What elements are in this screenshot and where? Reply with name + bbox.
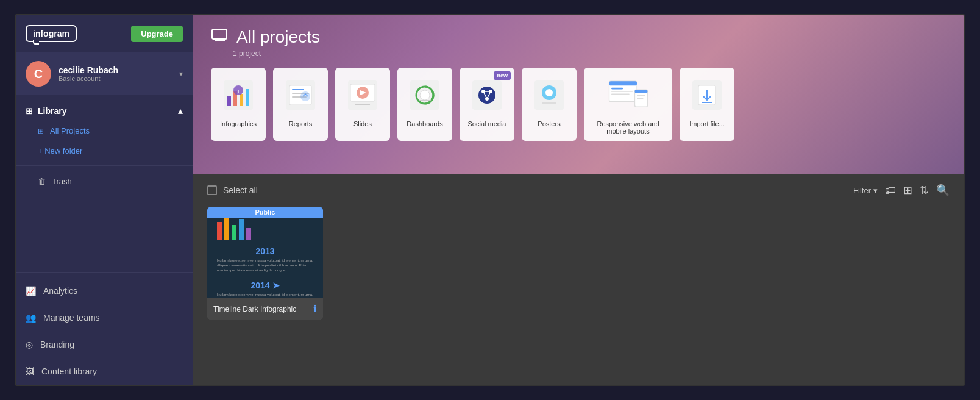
projects-icon bbox=[211, 28, 229, 46]
posters-label: Posters bbox=[538, 120, 560, 127]
hero-title: All projects bbox=[236, 27, 320, 47]
svg-rect-1 bbox=[215, 40, 225, 41]
content-library-icon: 🖼 bbox=[26, 366, 34, 376]
sidebar: infogram Upgrade C cecilie Rubach Basic … bbox=[16, 15, 193, 385]
hero-title-row: All projects bbox=[211, 27, 946, 47]
sidebar-item-trash[interactable]: 🗑 Trash bbox=[16, 171, 193, 192]
template-dashboards[interactable]: Dashboards bbox=[397, 68, 452, 141]
grid-view-button[interactable]: ⊞ bbox=[903, 184, 912, 197]
svg-point-36 bbox=[545, 89, 553, 96]
svg-rect-20 bbox=[355, 104, 370, 105]
template-grid: i Infographics bbox=[211, 68, 946, 141]
sidebar-item-content-library[interactable]: 🖼 Content library bbox=[16, 358, 193, 385]
svg-point-27 bbox=[478, 87, 495, 104]
divider bbox=[16, 165, 193, 166]
library-section[interactable]: ⊞ Library ▴ bbox=[16, 101, 193, 120]
infographics-label: Infographics bbox=[220, 120, 257, 127]
svg-rect-44 bbox=[634, 90, 647, 93]
infographics-icon-wrapper: i bbox=[217, 74, 260, 116]
template-social-media[interactable]: new Social media bbox=[460, 68, 514, 141]
sort-button[interactable]: ⇅ bbox=[920, 184, 929, 197]
sidebar-header: infogram Upgrade bbox=[16, 15, 193, 52]
library-label: ⊞ Library bbox=[26, 106, 66, 116]
sidebar-item-analytics[interactable]: 📈 Analytics bbox=[16, 277, 193, 304]
user-info: cecilie Rubach Basic account bbox=[59, 65, 172, 82]
svg-rect-25 bbox=[419, 100, 431, 101]
svg-rect-12 bbox=[292, 89, 304, 90]
analytics-icon: 📈 bbox=[26, 286, 36, 296]
template-slides[interactable]: Slides bbox=[335, 68, 390, 141]
toolbar-right: Filter ▾ 🏷 ⊞ ⇅ 🔍 bbox=[853, 184, 950, 197]
responsive-web-label: Responsive web and mobile layouts bbox=[590, 120, 666, 135]
filter-chevron-icon: ▾ bbox=[873, 186, 878, 195]
sidebar-item-branding[interactable]: ◎ Branding bbox=[16, 331, 193, 358]
project-name: Timeline Dark Infographic bbox=[213, 305, 296, 313]
dashboards-label: Dashboards bbox=[407, 120, 442, 127]
social-media-label: Social media bbox=[468, 120, 506, 127]
select-all-checkbox[interactable] bbox=[207, 185, 217, 195]
svg-rect-4 bbox=[227, 96, 231, 106]
import-file-label: Import file... bbox=[689, 120, 724, 127]
content-toolbar: Select all Filter ▾ 🏷 ⊞ ⇅ 🔍 bbox=[207, 184, 950, 197]
user-section[interactable]: C cecilie Rubach Basic account ▾ bbox=[16, 52, 193, 95]
svg-rect-41 bbox=[611, 91, 633, 92]
manage-teams-icon: 👥 bbox=[26, 313, 36, 323]
project-action-icon[interactable]: ℹ bbox=[313, 303, 317, 315]
upgrade-button[interactable]: Upgrade bbox=[131, 26, 183, 42]
project-thumbnail: Public 2013 Nu bbox=[207, 207, 323, 298]
user-name: cecilie Rubach bbox=[59, 65, 172, 75]
select-all-row: Select all bbox=[207, 185, 258, 195]
slides-icon-wrapper bbox=[341, 74, 384, 116]
grid-icon: ⊞ bbox=[38, 127, 44, 135]
svg-rect-39 bbox=[609, 81, 637, 85]
sidebar-item-manage-teams[interactable]: 👥 Manage teams bbox=[16, 304, 193, 331]
svg-point-24 bbox=[420, 90, 430, 100]
svg-rect-40 bbox=[611, 88, 623, 90]
template-responsive-web[interactable]: Responsive web and mobile layouts bbox=[584, 68, 672, 141]
tag-button[interactable]: 🏷 bbox=[885, 184, 896, 197]
reports-icon-wrapper bbox=[279, 74, 322, 116]
svg-rect-46 bbox=[637, 98, 644, 99]
logo: infogram bbox=[26, 25, 77, 42]
hero-banner: All projects 1 project i bbox=[193, 15, 964, 174]
reports-label: Reports bbox=[289, 120, 313, 127]
dashboards-icon-wrapper bbox=[403, 74, 446, 116]
hero-subtitle: 1 project bbox=[233, 49, 946, 58]
main-divider bbox=[16, 272, 193, 273]
chevron-up-icon: ▴ bbox=[178, 105, 183, 116]
sidebar-nav: ⊞ Library ▴ ⊞ All Projects + New folder … bbox=[16, 95, 193, 267]
projects-grid: Public 2013 Nu bbox=[207, 207, 950, 320]
social-media-icon-wrapper bbox=[466, 74, 508, 116]
trash-icon: 🗑 bbox=[38, 177, 46, 186]
svg-text:i: i bbox=[238, 88, 239, 94]
svg-rect-0 bbox=[212, 29, 227, 39]
content-area: Select all Filter ▾ 🏷 ⊞ ⇅ 🔍 Pub bbox=[193, 174, 964, 385]
template-infographics[interactable]: i Infographics bbox=[211, 68, 266, 141]
template-reports[interactable]: Reports bbox=[273, 68, 328, 141]
posters-icon-wrapper bbox=[528, 74, 570, 116]
library-icon: ⊞ bbox=[26, 106, 33, 116]
template-import-file[interactable]: Import file... bbox=[680, 68, 734, 141]
project-info: Timeline Dark Infographic ℹ bbox=[207, 298, 323, 320]
select-all-label[interactable]: Select all bbox=[223, 185, 258, 195]
svg-rect-42 bbox=[611, 93, 630, 95]
svg-rect-7 bbox=[246, 89, 249, 106]
new-folder-button[interactable]: + New folder bbox=[16, 141, 193, 160]
template-posters[interactable]: Posters bbox=[522, 68, 577, 141]
svg-rect-45 bbox=[637, 95, 645, 96]
slides-label: Slides bbox=[353, 120, 372, 127]
user-plan: Basic account bbox=[59, 75, 172, 82]
sidebar-item-all-projects[interactable]: ⊞ All Projects bbox=[16, 120, 193, 141]
responsive-web-icon-wrapper bbox=[607, 74, 650, 116]
search-button[interactable]: 🔍 bbox=[936, 184, 950, 197]
main-content: All projects 1 project i bbox=[193, 15, 964, 385]
chevron-down-icon: ▾ bbox=[179, 70, 183, 78]
filter-button[interactable]: Filter ▾ bbox=[853, 186, 878, 195]
public-badge: Public bbox=[207, 207, 323, 218]
branding-icon: ◎ bbox=[26, 340, 33, 349]
avatar: C bbox=[26, 61, 51, 87]
project-card[interactable]: Public 2013 Nu bbox=[207, 207, 323, 320]
import-file-icon-wrapper bbox=[686, 74, 728, 116]
new-badge: new bbox=[494, 71, 511, 80]
svg-point-15 bbox=[300, 91, 310, 101]
